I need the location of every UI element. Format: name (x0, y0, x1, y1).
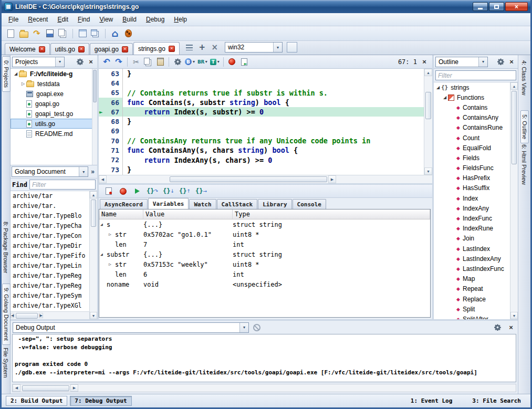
overflow-button[interactable]: » (89, 168, 96, 175)
outline-item[interactable]: ◆LastIndexFunc (434, 264, 510, 274)
golang-document-combo[interactable]: Golang Document ▾ (12, 166, 88, 177)
doc-list-item[interactable]: archive/tar.TypeReg (11, 271, 89, 281)
outline-item[interactable]: ◆HasSuffix (434, 183, 510, 193)
projects-combo[interactable]: Projects ▾ (12, 57, 65, 67)
doc-list-item[interactable]: archive/tar.TypeDir (11, 241, 89, 251)
gear-icon[interactable] (496, 57, 505, 67)
gutter-line[interactable]: 70 (99, 136, 122, 145)
undo-icon[interactable] (102, 57, 111, 67)
titlebar[interactable]: LiteIDE - C:\Go\src\pkg\strings\strings.… (2, 0, 530, 13)
outline-item[interactable]: ◆Split (434, 304, 510, 314)
doc-list-item[interactable]: archive/tar.TypeXGl (11, 301, 89, 311)
export-icon[interactable] (239, 57, 249, 67)
statusbar-3-file-search[interactable]: 3: File Search (470, 397, 523, 404)
outline-combo[interactable]: Outline ▾ (435, 57, 488, 67)
close-output-icon[interactable]: × (506, 323, 516, 332)
step-into-icon[interactable] (163, 186, 174, 196)
column-header-value[interactable]: Value (143, 209, 233, 219)
tree-arrow[interactable]: ◢ (442, 95, 448, 100)
chevron-down-icon[interactable]: ▾ (478, 57, 487, 67)
gutter-line[interactable]: 63 (99, 69, 122, 78)
side-tab-9-golang-document[interactable]: 9: Golang Document (2, 284, 11, 345)
code-editor[interactable]: 63646566►67686970717273 }// Contains ret… (99, 69, 432, 175)
outline-item[interactable]: ◆Index (434, 193, 510, 203)
b-dropdown[interactable] (185, 57, 195, 67)
code-line[interactable]: } (123, 165, 424, 174)
expand-arrow[interactable]: ▷ (109, 262, 115, 267)
outline-item[interactable]: ◆HasPrefix (434, 173, 510, 183)
chevron-down-icon[interactable]: ▾ (239, 323, 248, 332)
tree-item[interactable]: README.md (11, 129, 97, 139)
debug-tab-variables[interactable]: Variables (148, 198, 189, 209)
minimize-button[interactable] (473, 2, 488, 11)
doc-list-item[interactable]: archive/tar.TypeLin (11, 261, 89, 271)
code-line[interactable] (123, 78, 424, 88)
column-header-type[interactable]: Type (233, 209, 430, 219)
column-header-name[interactable]: Name (99, 209, 143, 219)
gear-icon[interactable] (493, 323, 502, 332)
save-icon[interactable] (45, 28, 55, 39)
outline-item[interactable]: ◆IndexRune (434, 224, 510, 234)
tree-item[interactable]: ◢F:/vfc/liteide-g (11, 69, 97, 79)
redo-icon[interactable] (114, 57, 123, 67)
expand-arrow[interactable]: ◢ (100, 252, 107, 257)
gutter-line[interactable]: 65 (99, 88, 122, 98)
gutter-line[interactable]: 71 (99, 145, 122, 155)
editor-hscrollbar[interactable]: ◀ ▶ (99, 175, 432, 183)
step-over-icon[interactable] (147, 186, 158, 196)
cut-icon[interactable] (131, 57, 141, 67)
code-line[interactable]: return IndexAny(s, chars) >= 0 (123, 155, 424, 165)
menu-debug[interactable]: Debug (141, 14, 169, 25)
outline-vscrollbar[interactable]: ▲ ▼ (510, 82, 518, 319)
tab-welcome[interactable]: Welcome× (5, 43, 50, 55)
outline-item[interactable]: ◆LastIndexAny (434, 254, 510, 264)
output-hscrollbar[interactable]: ◀ ▶ (12, 384, 516, 392)
outline-item[interactable]: ◆SplitAfter (434, 314, 510, 319)
reload-icon[interactable] (32, 28, 41, 39)
doc-list-item[interactable]: archive/tar.TypeCha (11, 221, 89, 231)
tile-icon[interactable] (78, 28, 87, 39)
doc-list-item[interactable]: archive/tar (11, 191, 89, 201)
tab-close-icon[interactable]: × (39, 46, 45, 53)
outline-filter-input[interactable] (435, 70, 516, 80)
outline-item[interactable]: ◢Functions (434, 92, 510, 102)
paste-icon[interactable] (155, 57, 165, 67)
scroll-down-icon[interactable]: ▼ (90, 312, 97, 319)
cascade-icon[interactable] (91, 28, 100, 39)
variable-row[interactable]: nonamevoid<unspecified> (99, 279, 430, 289)
variable-row[interactable]: ▷str0x57153c "weekly"uint8 * (99, 259, 430, 269)
close-panel-icon[interactable]: × (507, 57, 516, 67)
debug-tab-asyncrecord[interactable]: AsyncRecord (100, 199, 148, 209)
statusbar-7-debug-output[interactable]: 7: Debug Output (70, 396, 131, 406)
scroll-right-icon[interactable]: ▶ (328, 175, 336, 183)
tree-item[interactable]: utils.go (11, 119, 97, 129)
side-tab-0-projects[interactable]: 0: Projects (2, 56, 11, 92)
variable-row[interactable]: ▷str0x5702ac "go1.0.1"uint8 * (99, 229, 430, 239)
build-icon[interactable] (173, 57, 182, 67)
doc-list-item[interactable]: archive/tar. (11, 201, 89, 211)
bug-icon[interactable] (123, 28, 133, 39)
side-tab-file-system[interactable]: File System (2, 344, 9, 381)
doc-list-item[interactable]: archive/tar.TypeBlo (11, 211, 89, 221)
maximize-button[interactable] (489, 2, 504, 11)
tree-item[interactable]: goapi.exe (11, 89, 97, 99)
env-combo[interactable]: win32 ▾ (225, 42, 283, 53)
outline-item[interactable]: ◆IndexAny (434, 203, 510, 213)
side-tab-6-html-preview[interactable]: 6: Html Preview (520, 141, 528, 188)
variable-row[interactable]: ◢s{...}struct string (99, 219, 430, 229)
breakpoint-icon[interactable] (118, 186, 128, 196)
gutter-line[interactable]: 64 (99, 78, 122, 88)
doc-vscrollbar[interactable]: ▲ ▼ (89, 191, 97, 319)
tree-arrow[interactable]: ◢ (13, 71, 19, 76)
menu-find[interactable]: Find (73, 14, 95, 25)
gutter-line[interactable]: 73 (99, 165, 122, 174)
outline-item[interactable]: ◆IndexFunc (434, 213, 510, 223)
code-line[interactable]: } (123, 117, 424, 126)
scroll-left-icon[interactable]: ◀ (13, 384, 20, 392)
menu-build[interactable]: Build (118, 14, 141, 25)
scrollbar-thumb[interactable] (425, 92, 431, 119)
new-file-icon[interactable] (6, 28, 15, 39)
edit-env-button[interactable] (287, 42, 297, 53)
tab-list-icon[interactable] (185, 42, 194, 53)
statusbar-1-event-log[interactable]: 1: Event Log (409, 397, 454, 404)
